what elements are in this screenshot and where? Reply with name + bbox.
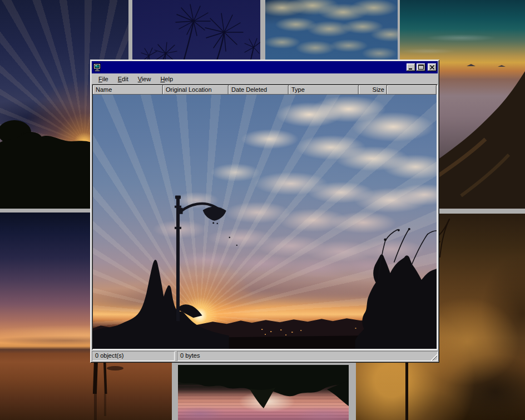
window-titlebar[interactable]: [92, 61, 438, 73]
computer-icon: [93, 63, 102, 72]
lamp-sunset-photo: [93, 95, 437, 349]
minimize-button[interactable]: [407, 63, 415, 71]
column-header-type[interactable]: Type: [289, 85, 359, 95]
maximize-icon: [417, 63, 425, 71]
close-icon: [428, 63, 437, 71]
menu-view[interactable]: View: [135, 75, 155, 83]
tree-reflection-silhouette: [178, 365, 349, 420]
column-header-original-location[interactable]: Original Location: [163, 85, 229, 95]
column-header-date-deleted[interactable]: Date Deleted: [229, 85, 289, 95]
menu-file[interactable]: File: [95, 75, 112, 83]
desktop: File Edit View Help Name Original Locati…: [0, 0, 525, 420]
recycle-bin-window: File Edit View Help Name Original Locati…: [90, 60, 439, 363]
maximize-button[interactable]: [417, 63, 425, 71]
column-header-row: Name Original Location Date Deleted Type…: [93, 85, 437, 95]
menu-edit[interactable]: Edit: [115, 75, 132, 83]
close-button[interactable]: [428, 63, 437, 71]
wallpaper-water-reflection-photo: [178, 365, 349, 420]
status-bytes-label: 0 bytes: [180, 352, 200, 359]
status-bytes: 0 bytes: [177, 351, 438, 361]
column-header-filler: [387, 85, 437, 95]
resize-grip[interactable]: [430, 354, 437, 360]
column-header-size[interactable]: Size: [359, 85, 387, 95]
column-header-name[interactable]: Name: [93, 85, 163, 95]
minimize-icon: [407, 63, 415, 71]
menu-bar: File Edit View Help: [92, 73, 438, 84]
photo-silhouettes: [93, 95, 437, 349]
status-bar: 0 object(s) 0 bytes: [92, 351, 438, 361]
status-object-count: 0 object(s): [92, 351, 175, 361]
file-list-view: Name Original Location Date Deleted Type…: [92, 84, 438, 350]
menu-help[interactable]: Help: [157, 75, 176, 83]
